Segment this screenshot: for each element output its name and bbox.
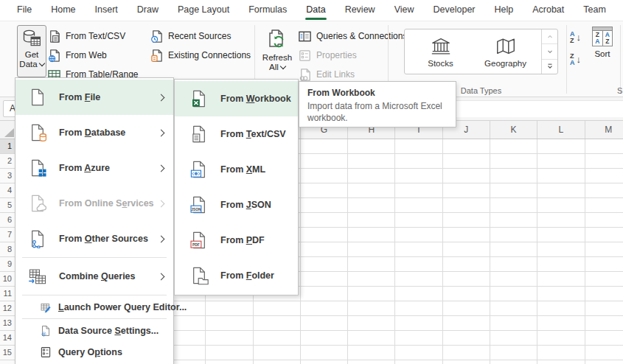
refresh-all-label-2: All — [269, 63, 279, 72]
get-data-icon — [21, 26, 42, 49]
from-file-submenu: From WorkbookFrom Text/CSVFrom XMLJSONFr… — [174, 79, 299, 295]
row-header-4[interactable]: 4 — [0, 183, 15, 198]
geography-icon — [495, 35, 517, 59]
svg-text:JSON: JSON — [191, 208, 201, 211]
row-headers: 123456789101112131415 — [0, 139, 16, 364]
tooltip: From Workbook Import data from a Microso… — [299, 81, 456, 127]
from-file-icon — [28, 88, 47, 107]
sort-dialog-icon: ZA AZ — [592, 27, 613, 46]
existing-connections-label: Existing Connections — [168, 50, 251, 60]
menu-item-from-text-csv[interactable]: From Text/CSV — [175, 116, 298, 152]
tab-review[interactable]: Review — [335, 0, 385, 21]
row-header-5[interactable]: 5 — [0, 198, 15, 213]
menu-item-query-options[interactable]: Query Options — [15, 341, 173, 363]
column-header-K[interactable]: K — [490, 121, 537, 139]
get-data-button[interactable]: Get Data — [17, 25, 46, 77]
refresh-all-label-1: Refresh — [262, 52, 292, 63]
from-web-button[interactable]: From Web — [47, 46, 107, 64]
combine-queries-icon — [28, 267, 47, 286]
row-header-2[interactable]: 2 — [0, 154, 15, 169]
stocks-icon — [430, 35, 452, 59]
column-header-M[interactable]: M — [585, 121, 623, 139]
select-all-corner[interactable] — [0, 121, 16, 139]
menu-separator — [22, 257, 167, 258]
tab-help[interactable]: Help — [485, 0, 523, 21]
tab-formulas[interactable]: Formulas — [239, 0, 296, 21]
ribbon-tab-bar: FileHomeInsertDrawPage LayoutFormulasDat… — [0, 0, 623, 21]
tab-draw[interactable]: Draw — [128, 0, 168, 21]
tab-data[interactable]: Data — [296, 0, 335, 21]
row-header-8[interactable]: 8 — [0, 242, 15, 257]
from-other-sources-icon — [28, 229, 47, 248]
chevron-down-icon — [280, 63, 286, 69]
row-header-11[interactable]: 11 — [0, 287, 15, 301]
tab-team[interactable]: Team — [574, 0, 616, 21]
from-database-icon — [28, 123, 47, 142]
from-text-csv-button[interactable]: From Text/CSV — [47, 27, 125, 45]
row-header-15[interactable]: 15 — [0, 346, 15, 360]
gallery-more-button[interactable] — [542, 60, 557, 74]
submenu-arrow-icon — [158, 235, 165, 242]
gallery-scroll-down-button[interactable] — [542, 44, 557, 59]
menu-item-label: Data Source Settings... — [58, 326, 159, 336]
row-header-3[interactable]: 3 — [0, 169, 15, 183]
sort-button[interactable]: ZA AZ Sort — [587, 27, 618, 84]
from-xml-icon — [189, 160, 209, 179]
query-options-icon — [40, 346, 52, 358]
menu-item-from-database[interactable]: From Database — [15, 115, 173, 150]
menu-item-data-source-settings[interactable]: Data Source Settings... — [15, 320, 173, 341]
tab-file[interactable]: File — [7, 0, 41, 21]
menu-item-from-other-sources[interactable]: From Other Sources — [15, 221, 173, 256]
menu-item-from-azure[interactable]: From Azure — [15, 150, 173, 186]
submenu-arrow-icon — [158, 273, 165, 280]
gallery-scroll-up-button[interactable] — [542, 29, 557, 44]
tab-insert[interactable]: Insert — [86, 0, 128, 21]
queries-connections-button[interactable]: Queries & Connections — [298, 27, 407, 45]
row-header-7[interactable]: 7 — [0, 228, 15, 242]
sort-z-to-a-button[interactable]: ZA ↓ — [570, 52, 581, 67]
from-web-label: From Web — [66, 50, 107, 60]
from-text-csv-s — [47, 29, 61, 43]
menu-item-label: From Other Sources — [59, 234, 148, 244]
menu-item-label: From Online Services — [59, 198, 154, 209]
menu-item-from-online-services: From Online Services — [15, 186, 173, 221]
row-header-14[interactable]: 14 — [0, 331, 15, 346]
recent-sources-button[interactable]: Recent Sources — [150, 27, 231, 45]
from-workbook-icon — [189, 89, 209, 108]
menu-item-from-xml[interactable]: From XML — [175, 152, 298, 187]
menu-item-label: From PDF — [220, 235, 265, 245]
tooltip-body: Import data from a Microsoft Excel workb… — [307, 101, 448, 125]
from-online-services-icon — [28, 194, 47, 213]
from-text-csv-icon — [189, 125, 209, 144]
menu-item-from-pdf[interactable]: PDFFrom PDF — [175, 223, 298, 258]
data-type-stocks[interactable]: Stocks — [411, 29, 470, 74]
menu-item-combine-queries[interactable]: Combine Queries — [15, 259, 173, 294]
recent-sources-label: Recent Sources — [168, 31, 231, 41]
menu-item-launch-power-query-editor[interactable]: Launch Power Query Editor... — [15, 296, 173, 318]
row-header-10[interactable]: 10 — [0, 272, 15, 287]
svg-text:PDF: PDF — [192, 243, 200, 247]
row-header-12[interactable]: 12 — [0, 301, 15, 316]
tab-page-layout[interactable]: Page Layout — [168, 0, 239, 21]
tab-home[interactable]: Home — [41, 0, 85, 21]
data-types-gallery: StocksGeography — [404, 29, 558, 74]
tab-developer[interactable]: Developer — [424, 0, 485, 21]
row-header-13[interactable]: 13 — [0, 316, 15, 331]
column-header-L[interactable]: L — [537, 121, 585, 139]
submenu-arrow-icon — [158, 129, 165, 136]
recent-sources-s — [150, 29, 164, 43]
menu-item-from-folder[interactable]: From Folder — [175, 258, 298, 293]
row-header-1[interactable]: 1 — [0, 139, 15, 154]
menu-item-from-json[interactable]: JSONFrom JSON — [175, 187, 298, 223]
menu-item-from-file[interactable]: From File — [15, 80, 173, 115]
sort-a-to-z-button[interactable]: AZ ↓ — [570, 30, 581, 45]
menu-item-from-workbook[interactable]: From Workbook — [175, 81, 298, 116]
data-type-geography[interactable]: Geography — [476, 29, 535, 74]
tab-acrobat[interactable]: Acrobat — [523, 0, 574, 21]
tab-view[interactable]: View — [385, 0, 424, 21]
row-header-9[interactable]: 9 — [0, 257, 15, 272]
from-json-icon: JSON — [189, 195, 209, 214]
row-header-6[interactable]: 6 — [0, 213, 15, 228]
existing-connections-button[interactable]: Existing Connections — [150, 46, 251, 64]
menu-item-label: From JSON — [220, 200, 271, 210]
